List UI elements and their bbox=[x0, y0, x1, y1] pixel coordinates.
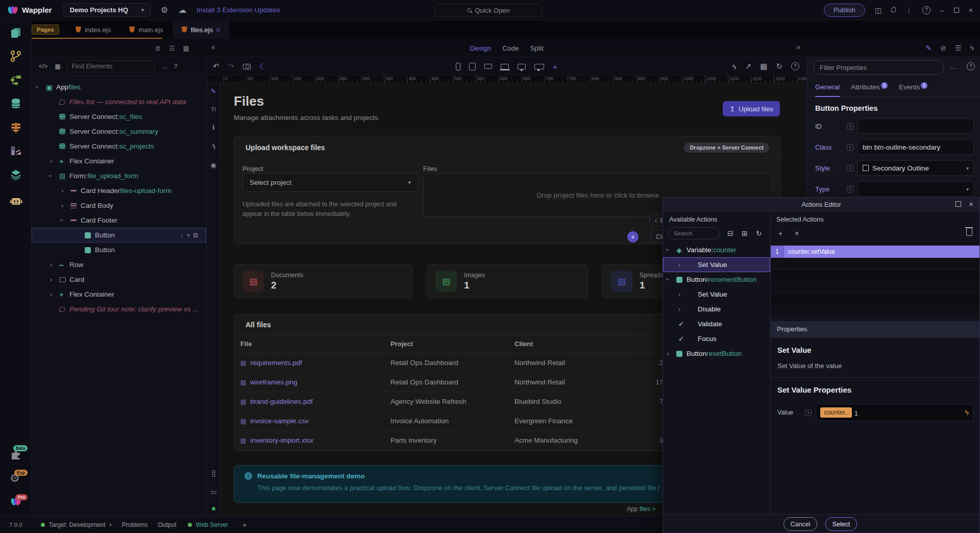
expand-all-icon[interactable]: ⊞ bbox=[742, 227, 748, 239]
select-project-dropdown[interactable]: Select project ▾ bbox=[242, 173, 418, 192]
tree-chevron-icon[interactable] bbox=[61, 187, 70, 195]
cloud-download-icon[interactable]: ☁ bbox=[178, 5, 186, 15]
action-tree-row[interactable]: Set Value bbox=[663, 257, 770, 272]
panel-more-icon[interactable]: … bbox=[950, 63, 957, 70]
database-panel-icon[interactable] bbox=[10, 98, 22, 110]
action-tree-row[interactable]: Variable: counter bbox=[663, 243, 770, 257]
refresh-actions-icon[interactable]: ↻ bbox=[756, 227, 762, 239]
structure-grid-icon[interactable]: ▦ bbox=[55, 63, 60, 70]
layers-panel-icon[interactable] bbox=[10, 169, 22, 181]
responsive-move-icon[interactable]: + bbox=[553, 62, 557, 71]
phone-landscape-icon[interactable] bbox=[484, 64, 492, 69]
add-file-button[interactable]: + bbox=[627, 231, 639, 243]
file-link[interactable]: invoice-sample.csv bbox=[250, 417, 308, 425]
tree-chevron-icon[interactable] bbox=[37, 83, 46, 91]
preview-eye-icon[interactable]: ◉ bbox=[210, 161, 216, 169]
project-selector[interactable]: Demo Projects HQ ▾ bbox=[63, 3, 151, 17]
selected-action-row[interactable]: 1 counter.setValue bbox=[771, 246, 979, 258]
file-tab[interactable]: index.ejs bbox=[66, 20, 120, 39]
tree-row[interactable]: Server Connect: sc_projects ↓+⧉ bbox=[32, 139, 206, 154]
close-window-icon[interactable]: × bbox=[969, 6, 973, 14]
empty-action-slot[interactable] bbox=[771, 270, 979, 281]
action-tree-row[interactable]: Button incrementButton bbox=[663, 272, 770, 287]
file-link[interactable]: inventory-import.xlsx bbox=[250, 437, 313, 444]
grid-view-icon[interactable]: ▦ bbox=[183, 44, 189, 52]
tree-row[interactable]: Flex Container ↓+⧉ bbox=[32, 287, 206, 302]
extension-updates-link[interactable]: Install 3 Extension Updates bbox=[197, 6, 280, 14]
tree-chevron-icon[interactable] bbox=[61, 202, 70, 209]
grid-dots-icon[interactable]: ⣿ bbox=[211, 469, 216, 477]
settings-gear-icon[interactable]: ⚙ bbox=[161, 5, 168, 15]
tree-row[interactable]: Row ↓+⧉ bbox=[32, 257, 206, 272]
tree-row[interactable]: Card ↓+⧉ bbox=[32, 272, 206, 287]
tree-row[interactable]: Server Connect: sc_summary ↓+⧉ bbox=[32, 124, 206, 139]
properties-tab[interactable]: General bbox=[815, 80, 840, 97]
breadcrumb[interactable]: App files > bbox=[627, 505, 655, 513]
quick-open-search[interactable]: Quick Open bbox=[435, 4, 542, 17]
empty-action-slot[interactable] bbox=[771, 293, 979, 305]
large-desktop-icon[interactable] bbox=[534, 64, 544, 69]
tree-row[interactable]: Server Connect: sc_files ↓+⧉ bbox=[32, 109, 206, 124]
tree-row-actions-icons[interactable]: ↓+⧉ bbox=[180, 231, 201, 239]
tree-chevron-icon[interactable] bbox=[667, 350, 676, 357]
file-link[interactable]: requirements.pdf bbox=[250, 359, 302, 367]
action-tree-row[interactable]: Set Value bbox=[663, 287, 770, 302]
desktop-device-icon[interactable] bbox=[518, 64, 526, 69]
actions-lightning-icon[interactable]: ϟ bbox=[732, 62, 737, 71]
properties-tab[interactable]: Events 1 bbox=[899, 80, 927, 97]
tree-row[interactable]: Form: file_upload_form ↓+⧉ bbox=[32, 168, 206, 183]
tree-row[interactable]: Card Body ↓+⧉ bbox=[32, 198, 206, 213]
property-control[interactable]: Secondary Outline ▾ bbox=[857, 160, 974, 176]
publish-button[interactable]: Publish bbox=[824, 4, 865, 17]
text-tool-icon[interactable]: TI bbox=[211, 106, 216, 112]
close-dialog-icon[interactable]: × bbox=[969, 200, 973, 208]
element-list-icon[interactable]: ☰ bbox=[955, 44, 962, 52]
select-button[interactable]: Select bbox=[825, 517, 857, 531]
tree-row[interactable]: Pending Git tour note: clarify preview v… bbox=[32, 302, 206, 317]
unlink-icon[interactable]: ⊘ bbox=[940, 44, 946, 52]
expand-panel-icon[interactable]: » bbox=[796, 43, 800, 51]
expression-builder-icon[interactable]: ϟ bbox=[965, 408, 969, 417]
tree-row[interactable]: Button ↓+⧉ bbox=[32, 228, 206, 243]
tree-row[interactable]: Files list — connected to real API data … bbox=[32, 94, 206, 109]
more-options-icon[interactable]: … bbox=[162, 63, 168, 70]
help-icon[interactable]: ? bbox=[922, 6, 930, 14]
tree-chevron-icon[interactable] bbox=[50, 276, 59, 283]
value-expression-input[interactable]: counter.. 1 ϟ bbox=[816, 404, 973, 421]
actions-search-input[interactable]: Search bbox=[668, 227, 720, 239]
ruler-toggle-icon[interactable]: ▭ bbox=[210, 488, 216, 496]
output-button[interactable]: Output bbox=[158, 521, 177, 528]
edit-element-icon[interactable]: ✎ bbox=[926, 44, 932, 52]
structure-help-icon[interactable]: ? bbox=[174, 63, 178, 70]
ai-robot-panel-icon[interactable] bbox=[10, 195, 23, 207]
action-tree-row[interactable]: Disable bbox=[663, 302, 770, 317]
code-view-icon[interactable]: </> bbox=[39, 63, 47, 70]
design-help-icon[interactable]: ? bbox=[791, 62, 799, 70]
target-selector[interactable]: Target: Development ▾ bbox=[41, 521, 112, 528]
restore-window-icon[interactable] bbox=[954, 8, 959, 13]
tree-chevron-icon[interactable] bbox=[667, 276, 676, 283]
problems-button[interactable]: Problems bbox=[122, 521, 148, 528]
add-target-icon[interactable]: + bbox=[242, 520, 247, 529]
laptop-device-icon[interactable] bbox=[501, 64, 509, 69]
maximize-dialog-icon[interactable] bbox=[955, 201, 961, 207]
property-control[interactable]: ▾ bbox=[857, 118, 974, 134]
open-external-icon[interactable]: ↗ bbox=[745, 62, 752, 71]
pages-badge[interactable]: Pages bbox=[32, 25, 59, 35]
list-view-icon[interactable]: ☰ bbox=[169, 44, 175, 52]
collapse-all-icon[interactable]: ⊟ bbox=[727, 227, 733, 239]
panel-help-icon[interactable]: ? bbox=[967, 62, 975, 70]
add-action-icon[interactable]: + bbox=[778, 227, 782, 239]
git-panel-icon[interactable] bbox=[10, 50, 22, 62]
tree-row[interactable]: Button ↓+⧉ bbox=[32, 243, 206, 257]
upload-files-button[interactable]: ↥ Upload files bbox=[723, 101, 780, 116]
trash-icon[interactable] bbox=[966, 229, 972, 236]
layout-columns-icon[interactable]: ◫ bbox=[875, 6, 881, 14]
tab-design[interactable]: Design bbox=[470, 44, 491, 52]
cancel-button[interactable]: Cancel bbox=[783, 517, 817, 531]
tree-chevron-icon[interactable] bbox=[50, 290, 59, 298]
action-tree-row[interactable]: Button resetButton bbox=[663, 346, 770, 361]
properties-tab[interactable]: Attributes 1 bbox=[851, 80, 888, 97]
tablet-device-icon[interactable] bbox=[469, 63, 476, 70]
qr-code-icon[interactable]: ▦ bbox=[760, 62, 767, 71]
